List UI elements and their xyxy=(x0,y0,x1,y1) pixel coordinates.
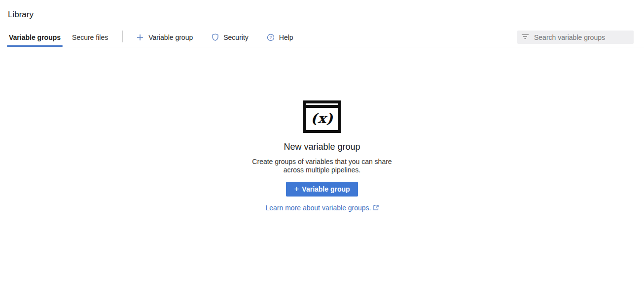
tab-secure-files-label: Secure files xyxy=(72,33,108,41)
add-variable-group-label: Variable group xyxy=(148,33,193,41)
shield-icon xyxy=(211,33,219,41)
page-title: Library xyxy=(0,0,644,19)
empty-state: (x) New variable group Create groups of … xyxy=(0,100,644,212)
filter-icon xyxy=(521,33,529,42)
security-label: Security xyxy=(223,33,249,41)
tab-and-command-bar: Variable groups Secure files Variable gr… xyxy=(0,28,644,47)
learn-more-link-label: Learn more about variable groups. xyxy=(265,204,371,212)
plus-icon xyxy=(136,33,144,41)
variable-group-window-icon: (x) xyxy=(303,100,341,133)
empty-state-description: Create groups of variables that you can … xyxy=(252,158,392,174)
plus-icon: + xyxy=(294,185,299,193)
variable-group-button-label: Variable group xyxy=(302,185,350,193)
external-link-icon xyxy=(373,204,379,212)
security-command[interactable]: Security xyxy=(211,28,249,47)
description-line-2: across multiple pipelines. xyxy=(252,166,392,174)
tab-secure-files[interactable]: Secure files xyxy=(71,28,109,47)
svg-text:?: ? xyxy=(269,35,272,40)
variable-glyph: (x) xyxy=(306,108,338,130)
empty-state-title: New variable group xyxy=(284,142,360,152)
learn-more-link[interactable]: Learn more about variable groups. xyxy=(265,204,378,212)
tab-variable-groups[interactable]: Variable groups xyxy=(8,28,62,47)
help-label: Help xyxy=(279,33,293,41)
toolbar-spacer xyxy=(312,28,517,47)
vertical-divider xyxy=(122,31,123,42)
help-command[interactable]: ? Help xyxy=(267,28,293,47)
variable-group-button[interactable]: + Variable group xyxy=(286,182,358,197)
tab-variable-groups-label: Variable groups xyxy=(9,33,61,41)
search-input[interactable] xyxy=(534,33,630,41)
help-circle-icon: ? xyxy=(267,33,275,41)
description-line-1: Create groups of variables that you can … xyxy=(252,158,392,166)
search-box[interactable] xyxy=(517,31,634,44)
add-variable-group-command[interactable]: Variable group xyxy=(136,28,193,47)
